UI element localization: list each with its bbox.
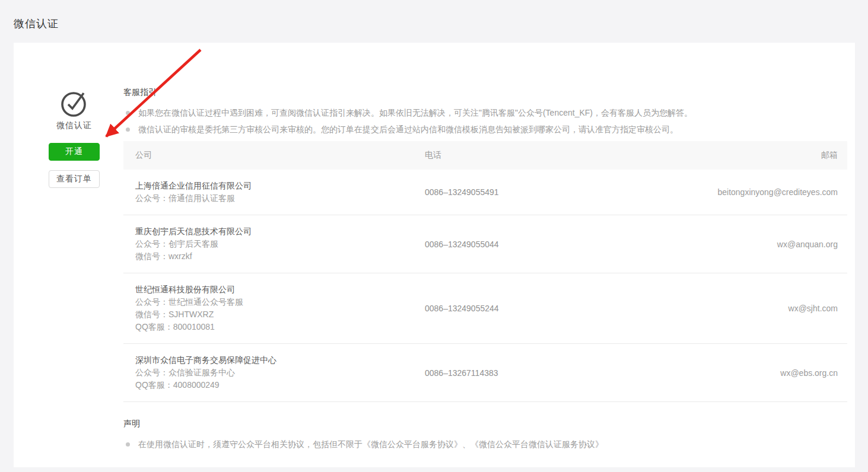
statement-section-title: 声明 xyxy=(123,417,847,429)
company-detail: 公众号：创宇后天客服 xyxy=(135,238,425,250)
email-cell: wx@sjht.com xyxy=(680,304,847,313)
guide-section-title: 客服指引 xyxy=(123,86,847,98)
guide-bullets: 如果您在微信认证过程中遇到困难，可查阅微信认证指引来解决。如果依旧无法解决，可关… xyxy=(123,107,847,135)
company-detail: 公众号：倍通信用认证客服 xyxy=(135,192,425,205)
company-name: 上海倍通企业信用征信有限公司 xyxy=(135,180,425,192)
view-orders-button[interactable]: 查看订单 xyxy=(49,170,100,188)
table-row: 深圳市众信电子商务交易保障促进中心 公众号：众信验证服务中心 QQ客服：4008… xyxy=(123,344,847,402)
phone-cell: 0086–13249055244 xyxy=(425,304,680,313)
page-title: 微信认证 xyxy=(14,17,59,31)
wechat-verification-page: 微信认证 微信认证 开通 查看订单 客服指引 如果您在微信认证过程中遇到困难，可… xyxy=(0,0,868,472)
company-detail: QQ客服：800010081 xyxy=(135,321,425,333)
company-name: 世纪恒通科技股份有限公司 xyxy=(135,283,425,296)
table-header-phone: 电话 xyxy=(425,150,680,161)
table-row: 世纪恒通科技股份有限公司 公众号：世纪恒通公众号客服 微信号：SJHTWXRZ … xyxy=(123,273,847,344)
check-circle-icon xyxy=(49,88,100,117)
status-rail: 微信认证 开通 查看订单 xyxy=(49,88,100,188)
guide-bullet-text: 如果您在微信认证过程中遇到困难，可查阅微信认证指引来解决。如果依旧无法解决，可关… xyxy=(138,107,692,119)
table-header-row: 公司 电话 邮箱 xyxy=(123,141,847,170)
audit-companies-table: 公司 电话 邮箱 上海倍通企业信用征信有限公司 公众号：倍通信用认证客服 008… xyxy=(123,141,847,402)
table-row: 上海倍通企业信用征信有限公司 公众号：倍通信用认证客服 0086–1324905… xyxy=(123,170,847,215)
email-cell: wx@anquan.org xyxy=(680,240,847,249)
guide-bullet-text: 微信认证的审核是委托第三方审核公司来审核的。您的订单在提交后会通过站内信和微信模… xyxy=(138,123,678,135)
statement-bullet-text: 在使用微信认证时，须遵守公众平台相关协议，包括但不限于《微信公众平台服务协议》、… xyxy=(138,438,603,450)
content-area: 客服指引 如果您在微信认证过程中遇到困难，可查阅微信认证指引来解决。如果依旧无法… xyxy=(123,86,847,455)
email-cell: beitongxinyong@crediteyes.com xyxy=(680,187,847,197)
company-cell: 上海倍通企业信用征信有限公司 公众号：倍通信用认证客服 xyxy=(123,180,425,205)
phone-cell: 0086–13249055044 xyxy=(425,240,680,249)
bullet-dot-icon xyxy=(126,127,130,132)
table-header-email: 邮箱 xyxy=(680,150,847,161)
company-detail: 公众号：世纪恒通公众号客服 xyxy=(135,296,425,308)
status-label: 微信认证 xyxy=(49,120,100,131)
statement-bullet: 在使用微信认证时，须遵守公众平台相关协议，包括但不限于《微信公众平台服务协议》、… xyxy=(123,438,847,450)
company-detail: 微信号：SJHTWXRZ xyxy=(135,308,425,321)
company-cell: 深圳市众信电子商务交易保障促进中心 公众号：众信验证服务中心 QQ客服：4008… xyxy=(123,354,425,391)
company-name: 深圳市众信电子商务交易保障促进中心 xyxy=(135,354,425,366)
company-cell: 世纪恒通科技股份有限公司 公众号：世纪恒通公众号客服 微信号：SJHTWXRZ … xyxy=(123,283,425,333)
table-header-company: 公司 xyxy=(123,150,425,161)
email-cell: wx@ebs.org.cn xyxy=(680,368,847,378)
open-button[interactable]: 开通 xyxy=(49,143,100,161)
phone-cell: 0086–13249055491 xyxy=(425,187,680,197)
company-detail: 公众号：众信验证服务中心 xyxy=(135,366,425,379)
bullet-dot-icon xyxy=(126,442,130,447)
bullet-dot-icon xyxy=(126,111,130,115)
phone-cell: 0086–13267114383 xyxy=(425,368,680,378)
table-row: 重庆创宇后天信息技术有限公司 公众号：创宇后天客服 微信号：wxrzkf 008… xyxy=(123,215,847,273)
company-cell: 重庆创宇后天信息技术有限公司 公众号：创宇后天客服 微信号：wxrzkf xyxy=(123,225,425,263)
company-name: 重庆创宇后天信息技术有限公司 xyxy=(135,225,425,238)
company-detail: QQ客服：4008000249 xyxy=(135,379,425,391)
company-detail: 微信号：wxrzkf xyxy=(135,250,425,263)
main-card: 微信认证 开通 查看订单 客服指引 如果您在微信认证过程中遇到困难，可查阅微信认… xyxy=(14,43,855,467)
guide-bullet: 如果您在微信认证过程中遇到困难，可查阅微信认证指引来解决。如果依旧无法解决，可关… xyxy=(123,107,847,119)
guide-bullet: 微信认证的审核是委托第三方审核公司来审核的。您的订单在提交后会通过站内信和微信模… xyxy=(123,123,847,135)
statement-bullets: 在使用微信认证时，须遵守公众平台相关协议，包括但不限于《微信公众平台服务协议》、… xyxy=(123,438,847,450)
